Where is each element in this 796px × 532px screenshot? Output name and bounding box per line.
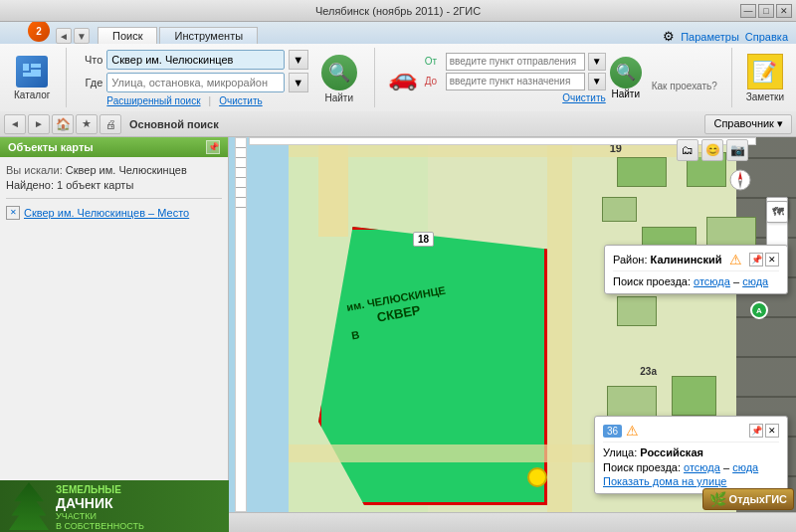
- notes-button[interactable]: 📝 Заметки: [742, 52, 788, 104]
- map-btn-2[interactable]: 😊: [701, 139, 723, 161]
- how-to-text: Как проехать?: [648, 81, 721, 107]
- building-r3: [672, 376, 716, 416]
- catalog-icon: [16, 56, 48, 88]
- ad-text3: УЧАСТКИ: [56, 511, 144, 521]
- popup1-to-link[interactable]: сюда: [742, 275, 768, 287]
- find-route-label: Найти: [611, 89, 640, 99]
- tick4: [236, 168, 246, 178]
- reference-dropdown[interactable]: Справочник ▾: [704, 114, 792, 134]
- find-button[interactable]: 🔍 Найти: [314, 52, 364, 106]
- help-link[interactable]: Справка: [745, 31, 788, 43]
- extended-search-link[interactable]: Расширенный поиск: [106, 95, 200, 106]
- main-area: Объекты карты 📌 Вы искали: Вы искали: Ск…: [0, 137, 796, 512]
- route-clear-link[interactable]: Очистить: [562, 92, 606, 103]
- popup1-close-btn[interactable]: ✕: [765, 253, 779, 266]
- popup1-title-prefix: Район:: [613, 254, 651, 266]
- app-logo: 2: [28, 20, 50, 42]
- sep1: [66, 48, 67, 107]
- map-btn-1[interactable]: 🗂: [677, 139, 698, 161]
- route-to-dropdown[interactable]: ▼: [588, 73, 606, 90]
- panel-pin-btn[interactable]: 📌: [206, 140, 220, 154]
- popup1-district: Калининский: [651, 254, 722, 266]
- catalog-button[interactable]: Каталог: [8, 54, 56, 102]
- popup2-street: Улица: Российская: [603, 446, 779, 458]
- search-what-dropdown[interactable]: ▼: [289, 50, 308, 70]
- popup1-from-link[interactable]: отсюда: [694, 275, 730, 287]
- search-where-input[interactable]: [106, 73, 284, 92]
- popup1-route: Поиск проезда: отсюда – сюда: [613, 275, 779, 287]
- tick5: [236, 178, 246, 188]
- otdykh-badge[interactable]: 🌿 ОтдыхГИС: [702, 488, 794, 510]
- ad-banner[interactable]: ЗЕМЕЛЬНЫЕ ДАЧНИК УЧАСТКИ В СОБСТВЕННОСТЬ…: [0, 480, 229, 532]
- ad-text4: В СОБСТВЕННОСТЬ: [56, 521, 144, 531]
- clear-link[interactable]: Очистить: [219, 95, 263, 106]
- panel-title: Объекты карты: [8, 141, 94, 153]
- close-button[interactable]: ✕: [776, 4, 792, 18]
- search-query-info: Вы искали: Вы искали: Сквер им. Челюскин…: [6, 163, 222, 194]
- popup2-street-name: Российская: [640, 446, 703, 458]
- forward-button[interactable]: ▼: [74, 28, 90, 44]
- bookmark-btn[interactable]: ★: [76, 114, 98, 134]
- minimize-button[interactable]: —: [740, 4, 756, 18]
- where-label: Где: [77, 77, 102, 89]
- popup2-street-label: Улица:: [603, 446, 640, 458]
- otdykh-text: ОтдыхГИС: [729, 493, 787, 505]
- search-where-row: Где ▼: [77, 73, 307, 92]
- building-tr1: [617, 157, 667, 187]
- svg-rect-1: [31, 64, 41, 68]
- route-from-input[interactable]: [446, 53, 585, 71]
- tab-tools[interactable]: Инструменты: [159, 27, 258, 44]
- park-area[interactable]: [318, 227, 547, 505]
- popup2-to-link[interactable]: сюда: [732, 461, 758, 473]
- map-layers-btn[interactable]: 🗺: [766, 201, 788, 223]
- route-clear-row: Очистить: [425, 92, 606, 103]
- catalog-label: Каталог: [14, 89, 50, 100]
- ruler-left: [235, 137, 247, 512]
- popup-kalininskiy: Район: Калининский ⚠ 📌 ✕ Поиск проезда: …: [604, 245, 788, 294]
- popup2-close-btn[interactable]: ✕: [765, 424, 779, 438]
- find-route-icon: 🔍: [610, 57, 642, 89]
- result-item[interactable]: ✕ Сквер им. Челюскинцев – Место: [6, 203, 222, 223]
- title-bar: Челябинск (ноябрь 2011) - 2ГИС — □ ✕: [0, 0, 796, 22]
- map-area[interactable]: им. ЧЕЛЮСКИНЦЕ СКВЕР В 18 19 21 21а 21в …: [229, 137, 796, 512]
- search-what-row: Что ▼: [77, 50, 307, 70]
- back-button[interactable]: ◄: [56, 28, 72, 44]
- what-label: Что: [77, 54, 102, 66]
- from-label: От: [425, 56, 443, 67]
- maximize-button[interactable]: □: [758, 4, 774, 18]
- map-btn-3[interactable]: 📷: [726, 139, 748, 161]
- route-to-input[interactable]: [446, 73, 585, 90]
- result-icon: ✕: [6, 206, 20, 220]
- divider: [6, 198, 222, 199]
- popup1-title: Район: Калининский: [613, 254, 721, 266]
- popup1-warning-icon: ⚠: [729, 252, 742, 267]
- search-query-text: Вы искали: Вы искали: Сквер им. Челюскин…: [6, 163, 222, 178]
- popup2-pin-btn[interactable]: 📌: [749, 424, 763, 438]
- route-to-row: До ▼: [425, 73, 606, 90]
- basic-search-label: Основной поиск: [123, 118, 225, 130]
- found-count: Найдено: 1 объект карты: [6, 178, 222, 193]
- ad-content: ЗЕМЕЛЬНЫЕ ДАЧНИК УЧАСТКИ В СОБСТВЕННОСТЬ…: [0, 480, 229, 532]
- route-section: 🚗 От ▼ До ▼ Очистить 🔍: [385, 53, 642, 103]
- popup2-show-houses-link[interactable]: Показать дома на улице: [603, 475, 726, 487]
- result-link[interactable]: Сквер им. Челюскинцев – Место: [24, 207, 189, 219]
- params-link[interactable]: Параметры: [681, 31, 739, 43]
- route-from-dropdown[interactable]: ▼: [588, 53, 606, 71]
- ad-text-area: ЗЕМЕЛЬНЫЕ ДАЧНИК УЧАСТКИ В СОБСТВЕННОСТЬ…: [56, 484, 144, 532]
- reference-label: Справочник ▾: [713, 117, 783, 130]
- print-btn[interactable]: 🖨: [100, 114, 121, 134]
- nav-back-btn[interactable]: ◄: [4, 114, 26, 134]
- nav-forward-btn[interactable]: ►: [28, 114, 50, 134]
- panel-header: Объекты карты 📌: [0, 137, 228, 157]
- search-where-dropdown[interactable]: ▼: [289, 73, 308, 92]
- home-btn[interactable]: 🏠: [52, 114, 74, 134]
- ribbon: 2 ◄ ▼ Поиск Инструменты ⚙ Параметры Спра…: [0, 22, 796, 111]
- tab-search[interactable]: Поиск: [98, 27, 157, 44]
- find-route-button[interactable]: 🔍 Найти: [610, 57, 642, 99]
- panel-content: Вы искали: Вы искали: Сквер им. Челюскин…: [0, 157, 228, 512]
- popup1-pin-btn[interactable]: 📌: [749, 253, 763, 266]
- search-what-input[interactable]: [106, 50, 284, 70]
- map-top-buttons: 🗂 😊 📷: [677, 139, 748, 161]
- ad-text2: ДАЧНИК: [56, 495, 144, 511]
- popup2-from-link[interactable]: отсюда: [684, 461, 720, 473]
